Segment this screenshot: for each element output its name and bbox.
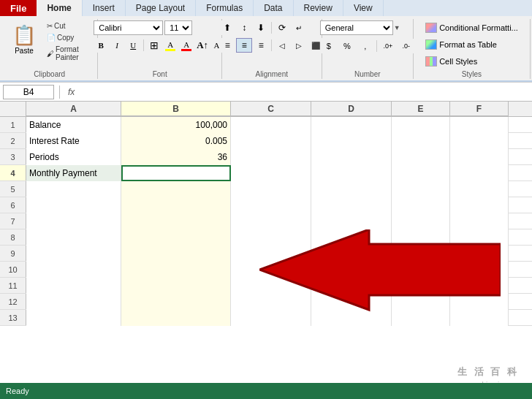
cell-c7[interactable] (231, 213, 311, 229)
cell-b8[interactable] (121, 229, 231, 246)
file-tab[interactable]: File (0, 0, 37, 16)
cell-d11[interactable] (311, 278, 392, 294)
cell-e10[interactable] (392, 262, 450, 278)
number-format-select[interactable]: General (320, 20, 393, 35)
cell-f5[interactable] (450, 181, 509, 197)
cell-a8[interactable] (26, 229, 121, 246)
tab-review[interactable]: Review (294, 0, 343, 16)
cell-a13[interactable] (26, 310, 121, 326)
comma-button[interactable]: , (357, 39, 374, 53)
wrap-text-button[interactable]: ↵ (291, 20, 307, 35)
cell-b4[interactable] (121, 165, 231, 181)
angle-text-button[interactable]: ⟳ (274, 20, 290, 35)
cell-c1[interactable] (231, 117, 311, 133)
cell-f2[interactable] (450, 133, 509, 149)
cell-e6[interactable] (392, 197, 450, 213)
cell-e8[interactable] (392, 229, 450, 246)
cell-b11[interactable] (121, 278, 231, 294)
tab-insert[interactable]: Insert (83, 0, 126, 16)
cell-d9[interactable] (311, 246, 392, 262)
cell-c2[interactable] (231, 133, 311, 149)
cell-b6[interactable] (121, 197, 231, 213)
cell-d5[interactable] (311, 181, 392, 197)
cell-e7[interactable] (392, 213, 450, 229)
cell-e2[interactable] (392, 133, 450, 149)
cell-a11[interactable] (26, 278, 121, 294)
cell-d7[interactable] (311, 213, 392, 229)
percent-button[interactable]: % (338, 39, 356, 53)
cell-f10[interactable] (450, 262, 509, 278)
cell-b12[interactable] (121, 294, 231, 310)
cell-f7[interactable] (450, 213, 509, 229)
cell-a6[interactable] (26, 197, 121, 213)
cell-d8[interactable] (311, 229, 392, 246)
cell-a9[interactable] (26, 246, 121, 262)
cell-d3[interactable] (311, 149, 392, 165)
tab-data[interactable]: Data (254, 0, 293, 16)
cell-e4[interactable] (392, 165, 450, 181)
cell-e3[interactable] (392, 149, 450, 165)
underline-button[interactable]: U (126, 38, 140, 53)
cell-f1[interactable] (450, 117, 509, 133)
currency-button[interactable]: $ (320, 39, 338, 53)
cell-styles-button[interactable]: Cell Styles (420, 54, 482, 69)
cell-c5[interactable] (231, 181, 311, 197)
top-align-button[interactable]: ⬆ (219, 20, 235, 35)
cell-c4[interactable] (231, 165, 311, 181)
cell-f9[interactable] (450, 246, 509, 262)
cell-b9[interactable] (121, 246, 231, 262)
cell-e11[interactable] (392, 278, 450, 294)
left-align-button[interactable]: ≡ (219, 38, 235, 53)
cut-button[interactable]: ✂ Cut (44, 20, 93, 31)
tab-view[interactable]: View (343, 0, 384, 16)
cell-a2[interactable]: Interest Rate (26, 133, 121, 149)
cell-b1[interactable]: 100,000 (121, 117, 231, 133)
cell-e13[interactable] (392, 310, 450, 326)
cell-e1[interactable] (392, 117, 450, 133)
font-name-select[interactable]: Calibri (94, 20, 163, 35)
cell-e12[interactable] (392, 294, 450, 310)
cell-d1[interactable] (311, 117, 392, 133)
cell-f12[interactable] (450, 294, 509, 310)
cell-f3[interactable] (450, 149, 509, 165)
cell-b5[interactable] (121, 181, 231, 197)
cell-a7[interactable] (26, 213, 121, 229)
conditional-formatting-button[interactable]: Conditional Formatti... (420, 20, 523, 35)
fill-color-button[interactable]: A (163, 38, 178, 53)
increase-decimal-button[interactable]: .0+ (379, 39, 397, 53)
paste-button[interactable]: 📋 Paste (6, 20, 42, 63)
border-button[interactable]: ⊞ (147, 38, 162, 53)
format-painter-button[interactable]: 🖌 Format Painter (44, 44, 93, 63)
decrease-indent-button[interactable]: ◁ (274, 38, 290, 53)
format-as-table-button[interactable]: Format as Table (420, 37, 502, 52)
cell-f8[interactable] (450, 229, 509, 246)
cell-c13[interactable] (231, 310, 311, 326)
cell-c3[interactable] (231, 149, 311, 165)
font-size-select[interactable]: 11 (164, 20, 192, 35)
increase-font-button[interactable]: A↑ (195, 38, 210, 53)
cell-reference-box[interactable]: B4 (3, 85, 54, 99)
bold-button[interactable]: B (94, 38, 108, 53)
tab-home[interactable]: Home (37, 0, 82, 16)
cell-f13[interactable] (450, 310, 509, 326)
cell-e5[interactable] (392, 181, 450, 197)
cell-d13[interactable] (311, 310, 392, 326)
cell-c8[interactable] (231, 229, 311, 246)
cell-d6[interactable] (311, 197, 392, 213)
cell-f6[interactable] (450, 197, 509, 213)
cell-d4[interactable] (311, 165, 392, 181)
cell-b10[interactable] (121, 262, 231, 278)
cell-b3[interactable]: 36 (121, 149, 231, 165)
bottom-align-button[interactable]: ⬇ (253, 20, 269, 35)
formula-input[interactable] (80, 85, 529, 99)
italic-button[interactable]: I (110, 38, 124, 53)
cell-d2[interactable] (311, 133, 392, 149)
cell-a5[interactable] (26, 181, 121, 197)
cell-d10[interactable] (311, 262, 392, 278)
cell-a4[interactable]: Monthly Payment (26, 165, 121, 181)
cell-e9[interactable] (392, 246, 450, 262)
cell-a12[interactable] (26, 294, 121, 310)
increase-indent-button[interactable]: ▷ (291, 38, 307, 53)
cell-c10[interactable] (231, 262, 311, 278)
tab-formulas[interactable]: Formulas (196, 0, 254, 16)
